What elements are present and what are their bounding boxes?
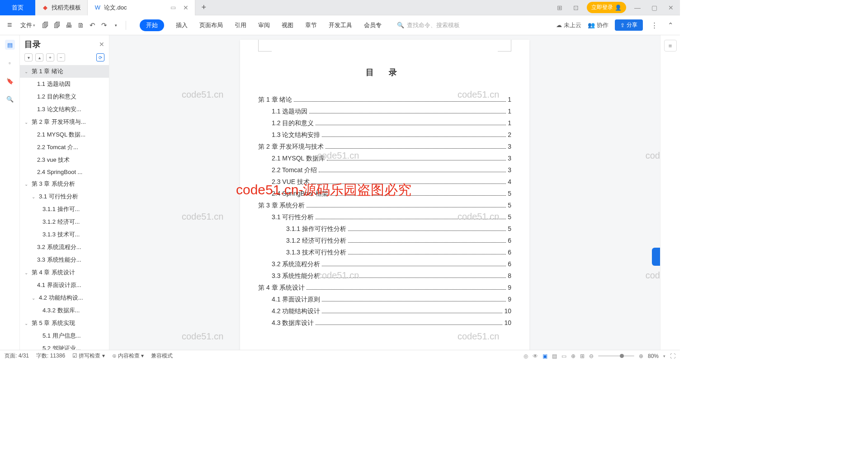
thumbnails-icon[interactable]: ▫ bbox=[5, 58, 15, 68]
outline-item[interactable]: 4.3.2 数据库... bbox=[20, 304, 109, 317]
bookmark-icon[interactable]: 🔖 bbox=[5, 76, 15, 86]
toc-row: 1.1 选题动因1 bbox=[258, 108, 511, 116]
find-icon[interactable]: 🔍 bbox=[5, 94, 15, 104]
hamburger-icon[interactable]: ≡ bbox=[5, 20, 15, 30]
outline-item[interactable]: 3.1.1 操作可... bbox=[20, 203, 109, 216]
outline-icon[interactable]: ▤ bbox=[5, 40, 15, 50]
cloud-status[interactable]: ☁未上云 bbox=[556, 21, 581, 29]
dropdown-icon[interactable]: ▾ bbox=[111, 20, 121, 30]
contentcheck-toggle[interactable]: ⊙ 内容检查 ▾ bbox=[112, 352, 144, 360]
outline-item[interactable]: 5.2 驾驶证业... bbox=[20, 342, 109, 350]
outline-item[interactable]: 1.1 选题动因 bbox=[20, 78, 109, 90]
close-window-button[interactable]: ✕ bbox=[665, 4, 676, 11]
outline-item[interactable]: ⌄4.2 功能结构设... bbox=[20, 292, 109, 304]
collab-button[interactable]: 👥协作 bbox=[588, 21, 609, 29]
outline-item[interactable]: 2.1 MYSQL 数据... bbox=[20, 128, 109, 141]
view-grid-icon[interactable]: ⊞ bbox=[580, 353, 585, 359]
undo-icon[interactable]: ↶ bbox=[88, 20, 98, 30]
document-area[interactable]: 目 录 第 1 章 绪论11.1 选题动因11.2 目的和意义11.3 论文结构… bbox=[109, 35, 660, 350]
maximize-button[interactable]: ▢ bbox=[649, 4, 660, 11]
apps-icon[interactable]: ⊡ bbox=[571, 4, 581, 11]
outline-item[interactable]: 3.1.2 经济可... bbox=[20, 216, 109, 228]
tab-cast-icon[interactable]: ▭ bbox=[170, 4, 176, 11]
zoom-value[interactable]: 80% bbox=[648, 353, 659, 359]
tab-label: 论文.doc bbox=[104, 4, 127, 12]
toc-row: 3.1.2 经济可行性分析6 bbox=[258, 237, 511, 245]
toc-row: 第 4 章 系统设计9 bbox=[258, 284, 511, 292]
side-tab[interactable] bbox=[652, 248, 660, 266]
compat-mode[interactable]: 兼容模式 bbox=[151, 352, 173, 360]
outline-item[interactable]: ⌄3.1 可行性分析 bbox=[20, 190, 109, 203]
menu-tab-member[interactable]: 会员专 bbox=[364, 19, 382, 31]
zoom-out-icon[interactable]: ⊖ bbox=[589, 353, 594, 359]
print-icon[interactable]: 🖶 bbox=[64, 20, 74, 30]
view-web-icon[interactable]: ⊕ bbox=[571, 353, 576, 359]
outline-item[interactable]: ⌄第 5 章 系统实现 bbox=[20, 317, 109, 329]
new-tab-button[interactable]: + bbox=[195, 3, 213, 12]
collapse-ribbon-icon[interactable]: ⌃ bbox=[665, 20, 675, 30]
more-icon[interactable]: ⋮ bbox=[649, 20, 659, 30]
menu-tab-start[interactable]: 开始 bbox=[140, 19, 164, 31]
main-area: ▤ ▫ 🔖 🔍 目录 ✕ ▾ ▴ + − ⟳ ⌄第 1 章 绪论1.1 选题动因… bbox=[0, 35, 680, 350]
outline-item[interactable]: ⌄第 3 章 系统分析 bbox=[20, 178, 109, 190]
outline-item[interactable]: 1.3 论文结构安... bbox=[20, 103, 109, 116]
outline-item[interactable]: ⌄第 1 章 绪论 bbox=[20, 65, 109, 78]
outline-item[interactable]: 2.3 vue 技术 bbox=[20, 154, 109, 166]
menu-tab-review[interactable]: 审阅 bbox=[258, 19, 270, 31]
outline-item[interactable]: ⌄第 2 章 开发环境与... bbox=[20, 116, 109, 128]
redo-icon[interactable]: ↷ bbox=[99, 20, 109, 30]
avatar-icon: 👤 bbox=[615, 5, 622, 11]
watermark: code51.cn bbox=[182, 212, 223, 222]
fullscreen-icon[interactable]: ⛶ bbox=[670, 353, 675, 359]
close-panel-icon[interactable]: ✕ bbox=[99, 41, 104, 48]
outline-item[interactable]: 2.4 SpringBoot ... bbox=[20, 166, 109, 178]
tab-label: 找稻壳模板 bbox=[52, 4, 81, 12]
save-as-icon[interactable]: 🗐 bbox=[52, 20, 62, 30]
tab-template[interactable]: ◆ 找稻壳模板 bbox=[35, 0, 88, 15]
menu-tab-view[interactable]: 视图 bbox=[282, 19, 293, 31]
outline-item[interactable]: 3.1.3 技术可... bbox=[20, 228, 109, 241]
share-button[interactable]: ⇪分享 bbox=[615, 19, 643, 31]
menu-tab-layout[interactable]: 页面布局 bbox=[199, 19, 223, 31]
minimize-button[interactable]: — bbox=[632, 4, 643, 11]
spellcheck-toggle[interactable]: ☑ 拼写检查 ▾ bbox=[72, 352, 105, 360]
view-read-icon[interactable]: ▭ bbox=[561, 353, 566, 359]
expand-all-icon[interactable]: ▴ bbox=[35, 53, 43, 61]
outline-item[interactable]: 1.2 目的和意义 bbox=[20, 90, 109, 103]
menu-tab-chapters[interactable]: 章节 bbox=[305, 19, 317, 31]
toc-row: 1.3 论文结构安排2 bbox=[258, 131, 511, 139]
zoom-slider[interactable] bbox=[598, 355, 634, 357]
view-page-icon[interactable]: ▣ bbox=[542, 353, 547, 359]
remove-icon[interactable]: − bbox=[57, 53, 65, 61]
menu-tab-references[interactable]: 引用 bbox=[235, 19, 246, 31]
tab-document[interactable]: W 论文.doc ▭ ✕ bbox=[88, 0, 195, 15]
login-button[interactable]: 立即登录 👤 bbox=[587, 2, 626, 13]
outline-item[interactable]: 3.2 系统流程分... bbox=[20, 241, 109, 254]
page-indicator[interactable]: 页面: 4/31 bbox=[5, 352, 29, 360]
style-pane-icon[interactable]: ≡ bbox=[664, 40, 677, 52]
zoom-in-icon[interactable]: ⊕ bbox=[639, 353, 643, 359]
layout-icon[interactable]: ⊞ bbox=[554, 4, 565, 11]
outline-item[interactable]: 5.1 用户信息... bbox=[20, 329, 109, 342]
eye-icon[interactable]: ◎ bbox=[524, 353, 528, 359]
view-outline-icon[interactable]: ▤ bbox=[552, 353, 557, 359]
save-icon[interactable]: 🗐 bbox=[41, 20, 51, 30]
outline-item[interactable]: 4.1 界面设计原... bbox=[20, 279, 109, 292]
file-menu[interactable]: 文件▾ bbox=[17, 21, 39, 29]
search-icon: 🔍 bbox=[397, 22, 404, 28]
eye-icon[interactable]: 👁 bbox=[533, 353, 538, 359]
menu-tab-insert[interactable]: 插入 bbox=[176, 19, 188, 31]
outline-item[interactable]: 3.3 系统性能分... bbox=[20, 254, 109, 266]
preview-icon[interactable]: 🗎 bbox=[76, 20, 86, 30]
toc-row: 1.2 目的和意义1 bbox=[258, 119, 511, 127]
collapse-all-icon[interactable]: ▾ bbox=[24, 53, 33, 61]
word-count[interactable]: 字数: 11386 bbox=[36, 352, 65, 360]
search-input[interactable]: 🔍 查找命令、搜索模板 bbox=[397, 21, 460, 29]
outline-item[interactable]: ⌄第 4 章 系统设计 bbox=[20, 266, 109, 279]
add-icon[interactable]: + bbox=[46, 53, 54, 61]
sync-icon[interactable]: ⟳ bbox=[96, 53, 104, 61]
tab-home[interactable]: 首页 bbox=[0, 0, 35, 15]
close-icon[interactable]: ✕ bbox=[183, 4, 189, 11]
menu-tab-devtools[interactable]: 开发工具 bbox=[329, 19, 352, 31]
outline-item[interactable]: 2.2 Tomcat 介... bbox=[20, 141, 109, 154]
